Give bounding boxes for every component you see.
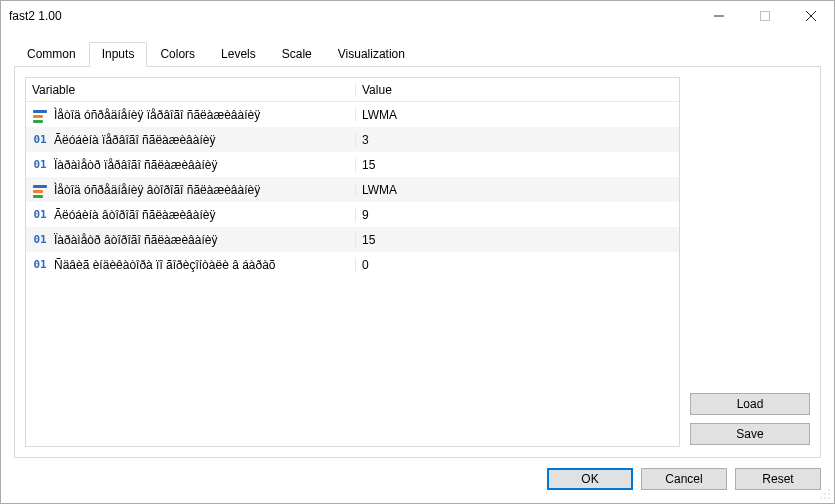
- cell-value[interactable]: 0: [355, 258, 679, 272]
- client-area: CommonInputsColorsLevelsScaleVisualizati…: [1, 31, 834, 503]
- reset-button[interactable]: Reset: [735, 468, 821, 490]
- close-icon: [806, 11, 816, 21]
- dialog-window: fast2 1.00 CommonInputsColorsLevelsScale…: [0, 0, 835, 504]
- resize-grip-icon[interactable]: [819, 488, 831, 500]
- variable-name: Ïàðàìåòð ïåðâîãî ñãëàæèâàíèÿ: [54, 158, 217, 172]
- variable-name: Ïàðàìåòð âòîðîãî ñãëàæèâàíèÿ: [54, 233, 217, 247]
- cell-variable: 01Ñäâèã èíäèêàòîðà ïî ãîðèçîíòàëè â áàðà…: [26, 257, 355, 273]
- cell-variable: Ìåòîä óñðåäíåíèÿ âòîðîãî ñãëàæèâàíèÿ: [26, 182, 355, 198]
- grid-body: Ìåòîä óñðåäíåíèÿ ïåðâîãî ñãëàæèâàíèÿLWMA…: [26, 102, 679, 277]
- svg-point-8: [824, 497, 826, 499]
- svg-point-4: [828, 489, 830, 491]
- minimize-button[interactable]: [696, 1, 742, 31]
- svg-point-5: [824, 493, 826, 495]
- titlebar: fast2 1.00: [1, 1, 834, 31]
- int-type-icon: 01: [32, 232, 48, 248]
- tab-panel-inputs: Variable Value Ìåòîä óñðåäíåíèÿ ïåðâîãî …: [14, 66, 821, 458]
- variable-name: Ñäâèã èíäèêàòîðà ïî ãîðèçîíòàëè â áàðàõ: [54, 258, 276, 272]
- grid-header: Variable Value: [26, 78, 679, 102]
- svg-rect-1: [761, 12, 770, 21]
- int-type-icon: 01: [32, 157, 48, 173]
- tab-inputs[interactable]: Inputs: [89, 42, 148, 67]
- cell-variable: 01Ïàðàìåòð âòîðîãî ñãëàæèâàíèÿ: [26, 232, 355, 248]
- cancel-button[interactable]: Cancel: [641, 468, 727, 490]
- enum-type-icon: [32, 182, 48, 198]
- svg-point-7: [820, 497, 822, 499]
- cell-value[interactable]: 9: [355, 208, 679, 222]
- cell-value[interactable]: 15: [355, 233, 679, 247]
- load-button[interactable]: Load: [690, 393, 810, 415]
- int-type-icon: 01: [32, 132, 48, 148]
- tab-visualization[interactable]: Visualization: [325, 42, 418, 67]
- maximize-button: [742, 1, 788, 31]
- table-row[interactable]: Ìåòîä óñðåäíåíèÿ âòîðîãî ñãëàæèâàíèÿLWMA: [26, 177, 679, 202]
- enum-type-icon: [32, 107, 48, 123]
- svg-point-9: [828, 497, 830, 499]
- window-controls: [696, 1, 834, 31]
- tabstrip: CommonInputsColorsLevelsScaleVisualizati…: [14, 42, 821, 67]
- table-row[interactable]: 01Ãëóáèíà âòîðîãî ñãëàæèâàíèÿ9: [26, 202, 679, 227]
- parameters-grid[interactable]: Variable Value Ìåòîä óñðåäíåíèÿ ïåðâîãî …: [25, 77, 680, 447]
- tab-levels[interactable]: Levels: [208, 42, 269, 67]
- variable-name: Ìåòîä óñðåäíåíèÿ ïåðâîãî ñãëàæèâàíèÿ: [54, 108, 260, 122]
- close-button[interactable]: [788, 1, 834, 31]
- cell-value[interactable]: LWMA: [355, 108, 679, 122]
- cell-variable: Ìåòîä óñðåäíåíèÿ ïåðâîãî ñãëàæèâàíèÿ: [26, 107, 355, 123]
- ok-button[interactable]: OK: [547, 468, 633, 490]
- int-type-icon: 01: [32, 257, 48, 273]
- minimize-icon: [714, 11, 724, 21]
- cell-value[interactable]: LWMA: [355, 183, 679, 197]
- cell-variable: 01Ïàðàìåòð ïåðâîãî ñãëàæèâàíèÿ: [26, 157, 355, 173]
- table-row[interactable]: 01Ïàðàìåòð âòîðîãî ñãëàæèâàíèÿ15: [26, 227, 679, 252]
- cell-variable: 01Ãëóáèíà âòîðîãî ñãëàæèâàíèÿ: [26, 207, 355, 223]
- cell-value[interactable]: 3: [355, 133, 679, 147]
- tab-scale[interactable]: Scale: [269, 42, 325, 67]
- side-buttons: Load Save: [690, 77, 810, 447]
- int-type-icon: 01: [32, 207, 48, 223]
- variable-name: Ãëóáèíà âòîðîãî ñãëàæèâàíèÿ: [54, 208, 215, 222]
- tab-colors[interactable]: Colors: [147, 42, 208, 67]
- table-row[interactable]: Ìåòîä óñðåäíåíèÿ ïåðâîãî ñãëàæèâàíèÿLWMA: [26, 102, 679, 127]
- header-variable[interactable]: Variable: [26, 83, 355, 97]
- svg-point-6: [828, 493, 830, 495]
- header-value[interactable]: Value: [355, 83, 679, 97]
- maximize-icon: [760, 11, 770, 21]
- table-row[interactable]: 01Ãëóáèíà ïåðâîãî ñãëàæèâàíèÿ3: [26, 127, 679, 152]
- window-title: fast2 1.00: [9, 9, 62, 23]
- save-button[interactable]: Save: [690, 423, 810, 445]
- tab-container: CommonInputsColorsLevelsScaleVisualizati…: [14, 41, 821, 458]
- variable-name: Ìåòîä óñðåäíåíèÿ âòîðîãî ñãëàæèâàíèÿ: [54, 183, 260, 197]
- cell-variable: 01Ãëóáèíà ïåðâîãî ñãëàæèâàíèÿ: [26, 132, 355, 148]
- table-row[interactable]: 01Ñäâèã èíäèêàòîðà ïî ãîðèçîíòàëè â áàðà…: [26, 252, 679, 277]
- tab-common[interactable]: Common: [14, 42, 89, 67]
- table-row[interactable]: 01Ïàðàìåòð ïåðâîãî ñãëàæèâàíèÿ15: [26, 152, 679, 177]
- cell-value[interactable]: 15: [355, 158, 679, 172]
- dialog-buttons: OK Cancel Reset: [14, 468, 821, 490]
- variable-name: Ãëóáèíà ïåðâîãî ñãëàæèâàíèÿ: [54, 133, 215, 147]
